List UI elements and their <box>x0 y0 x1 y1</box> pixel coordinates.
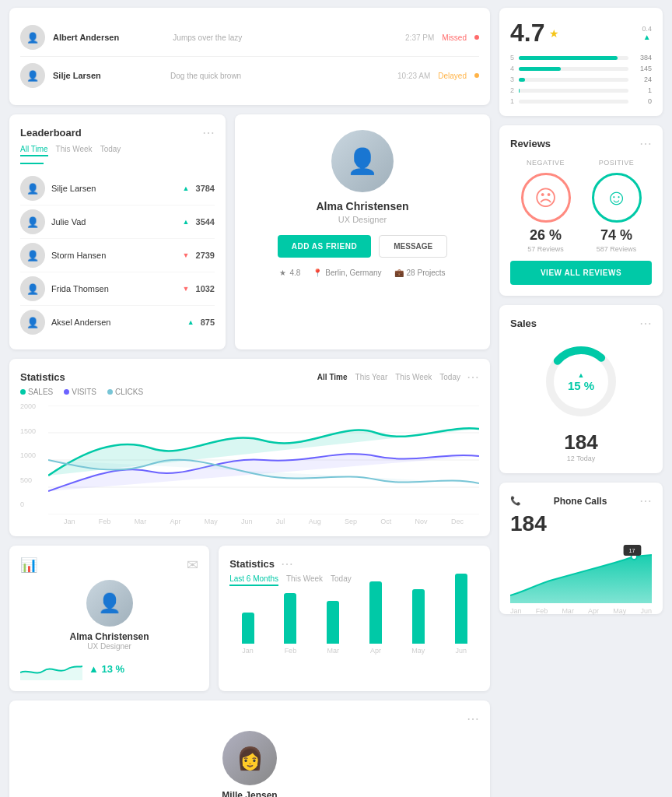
person-card-alma: 📊 ✉ 👤 Alma Christensen UX Designer ▲ 13 … <box>9 546 209 691</box>
mille-name: Mille Jensen <box>222 790 277 797</box>
stat-bar-title: Statistics <box>229 558 275 570</box>
lb-score-4: 1032 <box>196 284 215 293</box>
sales-card: Sales ⋯ ▲ 15 % 184 12 Today <box>499 305 663 473</box>
list-item: 👤 Storm Hansen ▼ 2739 <box>20 239 215 272</box>
message-row: 👤 Silje Larsen Dog the quick brown 10:23… <box>20 57 479 94</box>
phone-x-labels: Jan Feb Mar Apr May Jun <box>510 607 652 615</box>
msg-status-1: Missed <box>442 33 467 42</box>
tab-today-bar[interactable]: Today <box>331 574 352 586</box>
msg-time-1: 2:37 PM <box>405 33 434 42</box>
avatar-albert: 👤 <box>20 25 45 50</box>
mini-wave-chart <box>20 657 82 680</box>
arrow-up-icon: ▲ <box>643 33 651 41</box>
profile-projects: 💼 28 Projects <box>394 269 446 277</box>
avatar-silje-msg: 👤 <box>20 63 45 88</box>
status-dot-1 <box>474 35 479 40</box>
tab-all-time-stat[interactable]: All Time <box>317 373 348 381</box>
location-icon: 📍 <box>313 269 322 277</box>
phone-count: 184 <box>510 511 652 536</box>
leaderboard-menu-icon[interactable]: ⋯ <box>202 125 215 140</box>
message-row: 👤 Albert Andersen Jumps over the lazy 2:… <box>20 19 479 57</box>
lb-name-3: Storm Hansen <box>51 251 177 260</box>
statistics-bar-card: Statistics ⋯ Last 6 Months This Week Tod… <box>219 546 490 691</box>
reviews-menu-icon[interactable]: ⋯ <box>639 136 652 151</box>
profile-meta: ★ 4.8 📍 Berlin, Germany 💼 28 Projects <box>279 269 445 277</box>
rating-bar-3: 3 24 <box>510 75 652 83</box>
statistics-menu-icon[interactable]: ⋯ <box>467 370 479 384</box>
bar-feb: Feb <box>272 593 309 655</box>
messages-card: 👤 Albert Andersen Jumps over the lazy 2:… <box>9 8 490 105</box>
person-card-mille: ⋯ 👩 Mille Jensen UX Designer <box>9 700 490 797</box>
reviews-split: NEGATIVE ☹ 26 % 57 Reviews POSITIVE ☺ 74… <box>510 159 652 253</box>
alma-avatar: 👤 <box>86 580 133 627</box>
tab-this-year[interactable]: This Year <box>355 373 388 381</box>
leaderboard-card: Leaderboard ⋯ All Time This Week Today 👤… <box>9 114 226 349</box>
leaderboard-tabs: All Time This Week Today <box>20 145 215 156</box>
profile-role: UX Designer <box>338 215 387 224</box>
tab-this-week-bar[interactable]: This Week <box>286 574 323 586</box>
star-icon-rating: ★ <box>549 27 559 40</box>
phone-title: Phone Calls <box>554 496 607 507</box>
negative-count: 57 Reviews <box>527 245 564 253</box>
positive-review-col: POSITIVE ☺ 74 % 587 Reviews <box>592 159 642 253</box>
star-icon: ★ <box>279 269 286 277</box>
profile-name: Alma Christensen <box>316 200 408 212</box>
list-item: 👤 Julie Vad ▲ 3544 <box>20 205 215 239</box>
sales-percent: 15 % <box>568 379 594 392</box>
lb-score-2: 3544 <box>196 217 215 226</box>
mille-avatar: 👩 <box>222 731 277 785</box>
bar-chart: Jan Feb Mar Apr <box>229 592 479 670</box>
avatar-storm: 👤 <box>20 243 45 268</box>
legend-visits: VISITS <box>64 388 96 396</box>
list-item: 👤 Aksel Andersen ▲ 875 <box>20 306 215 339</box>
avatar-julie: 👤 <box>20 209 45 234</box>
add-friend-button[interactable]: ADD AS FRIEND <box>278 235 371 258</box>
lb-score-1: 3784 <box>196 184 215 193</box>
rating-bar-5: 5 384 <box>510 54 652 61</box>
sales-donut: ▲ 15 % <box>510 339 652 424</box>
rating-04: 0.4 <box>642 25 652 33</box>
lb-name-1: Silje Larsen <box>51 184 177 193</box>
sales-sub: 12 Today <box>510 455 652 462</box>
message-button[interactable]: MESSAGE <box>379 235 447 258</box>
rating-bars: 5 384 4 145 3 24 2 1 <box>510 54 652 105</box>
trend-icon-2: ▲ <box>183 218 190 226</box>
bar-mar: Mar <box>315 601 352 655</box>
tab-last-6-months[interactable]: Last 6 Months <box>229 574 278 586</box>
bar-apr: Apr <box>358 581 394 655</box>
chart-legend: SALES VISITS CLICKS <box>20 388 479 396</box>
phone-calls-card: 📞 Phone Calls ⋯ 184 <box>499 483 663 614</box>
alma-role: UX Designer <box>20 642 198 651</box>
tab-this-week-stat[interactable]: This Week <box>395 373 432 381</box>
leaderboard-underline <box>20 163 44 164</box>
stat-bar-menu-icon[interactable]: ⋯ <box>281 556 293 571</box>
msg-text-2: Dog the quick brown <box>170 72 390 80</box>
tab-today[interactable]: Today <box>100 145 121 156</box>
lb-name-5: Aksel Andersen <box>51 318 181 327</box>
statistics-chart-card: Statistics All Time This Year This Week … <box>9 359 490 536</box>
stat-bar-tabs: Last 6 Months This Week Today <box>229 574 479 586</box>
profile-location: 📍 Berlin, Germany <box>313 269 381 277</box>
lb-score-5: 875 <box>201 318 215 327</box>
chart-icon: 📊 <box>20 556 37 574</box>
msg-name-2: Silje Larsen <box>53 71 163 80</box>
phone-menu-icon[interactable]: ⋯ <box>639 493 652 508</box>
statistics-title: Statistics <box>20 371 65 383</box>
mille-menu-icon[interactable]: ⋯ <box>467 711 479 726</box>
mail-icon: ✉ <box>187 556 198 574</box>
status-dot-2 <box>474 73 479 78</box>
tab-this-week[interactable]: This Week <box>56 145 93 156</box>
view-all-reviews-button[interactable]: VIEW ALL REVIEWS <box>510 261 652 285</box>
trend-icon-4: ▼ <box>183 285 190 293</box>
list-item: 👤 Frida Thomsen ▼ 1032 <box>20 272 215 306</box>
negative-pct: 26 % <box>530 227 562 244</box>
leaderboard-title: Leaderboard <box>20 127 82 139</box>
briefcase-icon: 💼 <box>394 269 404 277</box>
sales-menu-icon[interactable]: ⋯ <box>639 316 652 331</box>
negative-label: NEGATIVE <box>527 159 565 167</box>
tab-today-stat[interactable]: Today <box>439 373 460 381</box>
rating-bar-1: 1 0 <box>510 97 652 105</box>
sad-face-icon: ☹ <box>521 173 571 223</box>
tab-all-time[interactable]: All Time <box>20 145 48 156</box>
line-chart <box>48 406 479 514</box>
